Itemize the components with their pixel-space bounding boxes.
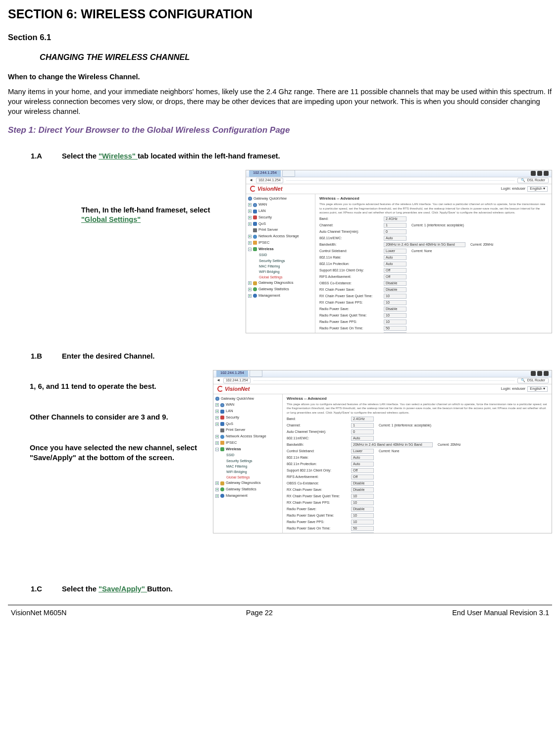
home-icon[interactable] xyxy=(531,371,536,376)
browser-tab-blank[interactable] xyxy=(282,170,295,177)
screenshot-1a: 102.244.1.254 ◄ 102.244.1.254 🔍 DSL Rout… xyxy=(246,170,552,333)
nav-quickview[interactable]: Gateway QuickView xyxy=(215,396,280,402)
field-input[interactable]: 1 Mbps xyxy=(384,332,407,333)
field-input[interactable]: 10 xyxy=(351,513,374,518)
nav-sub-security[interactable]: Security Settings xyxy=(259,258,313,264)
nav-sub-wifi-bridging[interactable]: WiFi Bridging xyxy=(226,469,280,474)
field-input[interactable]: Lower xyxy=(351,449,374,454)
nav-sub-security[interactable]: Security Settings xyxy=(226,458,280,464)
field-input[interactable]: 0 xyxy=(351,429,374,434)
field-input[interactable]: Disable xyxy=(384,307,407,312)
form-row: RX Chain Power Save PPS: 10 xyxy=(319,300,548,306)
field-input[interactable]: 10 xyxy=(351,500,374,505)
nav-diagnostics[interactable]: + Gateway Diagnostics xyxy=(215,480,280,486)
field-input[interactable]: Off xyxy=(351,468,374,473)
nav-security[interactable]: + Security xyxy=(215,415,280,421)
field-input[interactable]: 50 xyxy=(384,326,407,331)
nav-security[interactable]: + Security xyxy=(248,214,313,221)
language-select[interactable]: English ▾ xyxy=(527,186,548,192)
field-input[interactable]: 2.4GHz xyxy=(351,417,374,422)
nav-sub-mac[interactable]: MAC Filtering xyxy=(259,264,313,269)
nav-statistics[interactable]: + Gateway Statistics xyxy=(248,286,313,293)
language-select[interactable]: English ▾ xyxy=(527,386,548,392)
field-input[interactable]: Disable xyxy=(384,281,407,286)
form-row: 802.11n Rate: Auto xyxy=(319,255,548,261)
url-field[interactable]: 102.244.1.254 xyxy=(256,178,283,183)
field-input[interactable]: 20MHz in 2.4G Band and 40MHz in 5G Band xyxy=(384,242,465,247)
search-box[interactable]: 🔍 DSL Router xyxy=(517,378,549,383)
url-field[interactable]: 102.244.1.254 xyxy=(223,378,251,383)
field-label: Control Sideband: xyxy=(287,449,351,453)
nav-nas[interactable]: + Network Access Storage xyxy=(215,433,280,440)
nav-sub-ssid[interactable]: SSID xyxy=(259,252,313,258)
field-input[interactable]: 50 xyxy=(351,526,374,531)
nav-management[interactable]: + Management xyxy=(248,293,313,299)
field-input[interactable]: 2.4GHz xyxy=(384,216,407,221)
link-wireless[interactable]: "Wireless" xyxy=(99,152,138,160)
nav-sub-global-settings[interactable]: Global Settings xyxy=(259,274,313,280)
nav-print[interactable]: Print Server xyxy=(215,427,280,433)
star-icon[interactable] xyxy=(537,371,542,376)
nav-statistics[interactable]: + Gateway Statistics xyxy=(215,486,280,493)
nav-ipsec[interactable]: + IPSEC xyxy=(215,440,280,446)
nav-quickview[interactable]: Gateway QuickView xyxy=(248,196,313,202)
field-input[interactable]: Auto xyxy=(384,255,407,260)
field-input[interactable]: Auto xyxy=(384,236,407,241)
field-input[interactable]: Off xyxy=(384,274,407,279)
nav-wireless[interactable]: − Wireless xyxy=(215,446,280,453)
field-input[interactable]: 0 xyxy=(384,229,407,234)
link-global-settings[interactable]: "Global Settings" xyxy=(81,215,141,223)
nav-sub-mac[interactable]: MAC Filtering xyxy=(226,464,280,469)
browser-tab-blank[interactable] xyxy=(250,370,262,377)
nav-lan[interactable]: + LAN xyxy=(248,208,313,214)
gear-icon[interactable] xyxy=(544,371,549,376)
field-input[interactable]: Lower xyxy=(384,249,407,254)
field-input[interactable]: Auto xyxy=(351,455,374,460)
home-icon[interactable] xyxy=(531,171,536,176)
field-input[interactable]: 10 xyxy=(384,294,407,299)
nav-back-icon[interactable]: ◄ xyxy=(216,378,220,383)
nav-nas[interactable]: + Network Access Storage xyxy=(248,233,313,240)
nav-sub-ssid[interactable]: SSID xyxy=(226,452,280,458)
field-input[interactable]: Off xyxy=(351,474,374,479)
field-input[interactable]: Disable xyxy=(351,507,374,512)
field-input[interactable]: Disable xyxy=(351,487,374,492)
star-icon[interactable] xyxy=(537,171,542,176)
form-row: Auto Channel Timer(min): 0 xyxy=(319,229,548,235)
field-input[interactable]: 10 xyxy=(351,494,374,499)
link-save-apply[interactable]: "Save/Apply" xyxy=(99,585,147,593)
field-input[interactable]: 10 xyxy=(384,319,407,324)
search-box[interactable]: 🔍 DSL Router xyxy=(517,178,549,183)
field-input[interactable]: 1 Mbps xyxy=(351,532,374,533)
field-input[interactable]: 1 xyxy=(351,423,374,428)
gear-icon[interactable] xyxy=(544,171,549,176)
browser-tab[interactable]: 102.244.1.254 xyxy=(249,170,281,177)
field-input[interactable]: Auto xyxy=(384,262,407,266)
nav-diagnostics[interactable]: + Gateway Diagnostics xyxy=(248,280,313,286)
field-input[interactable]: Auto xyxy=(351,462,374,467)
nav-back-icon[interactable]: ◄ xyxy=(249,178,253,183)
field-input[interactable]: 1 xyxy=(384,223,407,228)
browser-tab[interactable]: 102.244.1.254 xyxy=(216,370,248,377)
nav-sub-global-settings[interactable]: Global Settings xyxy=(226,474,280,480)
field-input[interactable]: Off xyxy=(384,268,407,273)
field-input[interactable]: 10 xyxy=(351,520,374,525)
nav-qos[interactable]: + QoS xyxy=(215,421,280,427)
field-input[interactable]: 10 xyxy=(384,300,407,305)
field-input[interactable]: Auto xyxy=(351,436,374,441)
nav-wireless[interactable]: − Wireless xyxy=(248,246,313,253)
nav-print[interactable]: Print Server xyxy=(248,227,313,233)
step-1b-label: 1.B xyxy=(9,351,60,362)
nav-sub-wifi-bridging[interactable]: WiFi Bridging xyxy=(259,269,313,274)
nav-wan[interactable]: + WAN xyxy=(248,202,313,208)
brand-row: VisionNet Login: enduser English ▾ xyxy=(213,384,552,394)
field-input[interactable]: 10 xyxy=(384,313,407,318)
field-input[interactable]: 20MHz in 2.4G Band and 40MHz in 5G Band xyxy=(351,442,433,447)
nav-ipsec[interactable]: + IPSEC xyxy=(248,240,313,246)
nav-wan[interactable]: + WAN xyxy=(215,402,280,408)
nav-management[interactable]: + Management xyxy=(215,493,280,499)
field-input[interactable]: Disable xyxy=(351,481,374,486)
nav-lan[interactable]: + LAN xyxy=(215,408,280,415)
field-input[interactable]: Disable xyxy=(384,287,407,292)
nav-qos[interactable]: + QoS xyxy=(248,221,313,227)
